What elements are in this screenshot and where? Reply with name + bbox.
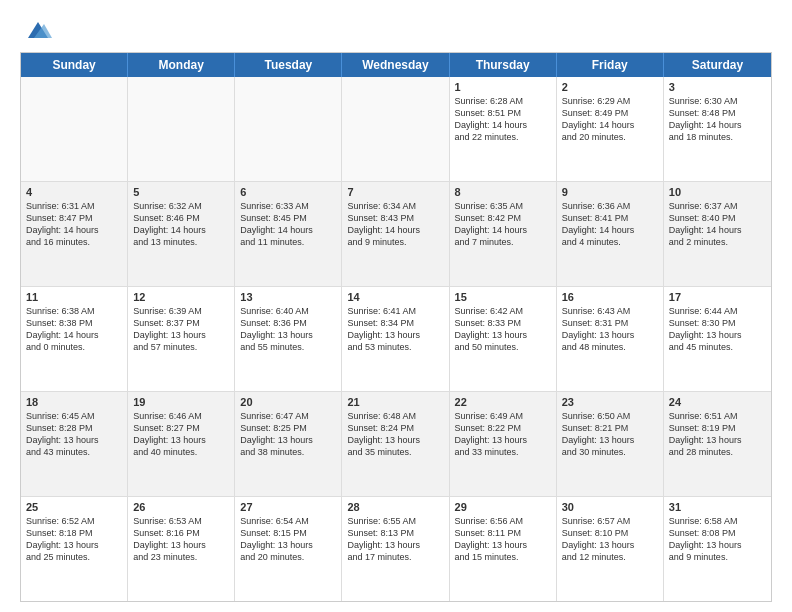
calendar-cell: 11Sunrise: 6:38 AM Sunset: 8:38 PM Dayli… [21, 287, 128, 391]
day-number: 21 [347, 396, 443, 408]
logo-icon [24, 16, 52, 44]
calendar: SundayMondayTuesdayWednesdayThursdayFrid… [20, 52, 772, 602]
calendar-cell: 22Sunrise: 6:49 AM Sunset: 8:22 PM Dayli… [450, 392, 557, 496]
cell-text: Sunrise: 6:49 AM Sunset: 8:22 PM Dayligh… [455, 410, 551, 459]
calendar-row: 25Sunrise: 6:52 AM Sunset: 8:18 PM Dayli… [21, 497, 771, 601]
calendar-cell: 4Sunrise: 6:31 AM Sunset: 8:47 PM Daylig… [21, 182, 128, 286]
cell-text: Sunrise: 6:35 AM Sunset: 8:42 PM Dayligh… [455, 200, 551, 249]
cell-text: Sunrise: 6:42 AM Sunset: 8:33 PM Dayligh… [455, 305, 551, 354]
logo-area [20, 16, 52, 44]
calendar-cell: 31Sunrise: 6:58 AM Sunset: 8:08 PM Dayli… [664, 497, 771, 601]
cell-text: Sunrise: 6:28 AM Sunset: 8:51 PM Dayligh… [455, 95, 551, 144]
day-number: 1 [455, 81, 551, 93]
calendar-cell: 8Sunrise: 6:35 AM Sunset: 8:42 PM Daylig… [450, 182, 557, 286]
cell-text: Sunrise: 6:37 AM Sunset: 8:40 PM Dayligh… [669, 200, 766, 249]
page: SundayMondayTuesdayWednesdayThursdayFrid… [0, 0, 792, 612]
header-day: Wednesday [342, 53, 449, 77]
calendar-row: 4Sunrise: 6:31 AM Sunset: 8:47 PM Daylig… [21, 182, 771, 287]
cell-text: Sunrise: 6:51 AM Sunset: 8:19 PM Dayligh… [669, 410, 766, 459]
cell-text: Sunrise: 6:47 AM Sunset: 8:25 PM Dayligh… [240, 410, 336, 459]
calendar-cell: 14Sunrise: 6:41 AM Sunset: 8:34 PM Dayli… [342, 287, 449, 391]
cell-text: Sunrise: 6:44 AM Sunset: 8:30 PM Dayligh… [669, 305, 766, 354]
cell-text: Sunrise: 6:31 AM Sunset: 8:47 PM Dayligh… [26, 200, 122, 249]
day-number: 4 [26, 186, 122, 198]
day-number: 24 [669, 396, 766, 408]
calendar-cell: 13Sunrise: 6:40 AM Sunset: 8:36 PM Dayli… [235, 287, 342, 391]
calendar-cell: 30Sunrise: 6:57 AM Sunset: 8:10 PM Dayli… [557, 497, 664, 601]
day-number: 2 [562, 81, 658, 93]
calendar-cell: 16Sunrise: 6:43 AM Sunset: 8:31 PM Dayli… [557, 287, 664, 391]
cell-text: Sunrise: 6:46 AM Sunset: 8:27 PM Dayligh… [133, 410, 229, 459]
day-number: 19 [133, 396, 229, 408]
day-number: 18 [26, 396, 122, 408]
cell-text: Sunrise: 6:29 AM Sunset: 8:49 PM Dayligh… [562, 95, 658, 144]
header-day: Tuesday [235, 53, 342, 77]
day-number: 11 [26, 291, 122, 303]
day-number: 28 [347, 501, 443, 513]
day-number: 14 [347, 291, 443, 303]
calendar-cell: 26Sunrise: 6:53 AM Sunset: 8:16 PM Dayli… [128, 497, 235, 601]
cell-text: Sunrise: 6:52 AM Sunset: 8:18 PM Dayligh… [26, 515, 122, 564]
header-day: Friday [557, 53, 664, 77]
calendar-cell [21, 77, 128, 181]
cell-text: Sunrise: 6:53 AM Sunset: 8:16 PM Dayligh… [133, 515, 229, 564]
calendar-cell: 2Sunrise: 6:29 AM Sunset: 8:49 PM Daylig… [557, 77, 664, 181]
day-number: 12 [133, 291, 229, 303]
cell-text: Sunrise: 6:30 AM Sunset: 8:48 PM Dayligh… [669, 95, 766, 144]
header-day: Saturday [664, 53, 771, 77]
calendar-cell: 21Sunrise: 6:48 AM Sunset: 8:24 PM Dayli… [342, 392, 449, 496]
cell-text: Sunrise: 6:50 AM Sunset: 8:21 PM Dayligh… [562, 410, 658, 459]
day-number: 5 [133, 186, 229, 198]
day-number: 26 [133, 501, 229, 513]
cell-text: Sunrise: 6:56 AM Sunset: 8:11 PM Dayligh… [455, 515, 551, 564]
calendar-cell [342, 77, 449, 181]
day-number: 22 [455, 396, 551, 408]
calendar-cell: 1Sunrise: 6:28 AM Sunset: 8:51 PM Daylig… [450, 77, 557, 181]
calendar-cell: 10Sunrise: 6:37 AM Sunset: 8:40 PM Dayli… [664, 182, 771, 286]
calendar-row: 18Sunrise: 6:45 AM Sunset: 8:28 PM Dayli… [21, 392, 771, 497]
cell-text: Sunrise: 6:45 AM Sunset: 8:28 PM Dayligh… [26, 410, 122, 459]
header-day: Sunday [21, 53, 128, 77]
day-number: 27 [240, 501, 336, 513]
cell-text: Sunrise: 6:32 AM Sunset: 8:46 PM Dayligh… [133, 200, 229, 249]
calendar-cell: 25Sunrise: 6:52 AM Sunset: 8:18 PM Dayli… [21, 497, 128, 601]
calendar-header: SundayMondayTuesdayWednesdayThursdayFrid… [21, 53, 771, 77]
calendar-row: 1Sunrise: 6:28 AM Sunset: 8:51 PM Daylig… [21, 77, 771, 182]
calendar-cell: 15Sunrise: 6:42 AM Sunset: 8:33 PM Dayli… [450, 287, 557, 391]
day-number: 6 [240, 186, 336, 198]
day-number: 16 [562, 291, 658, 303]
calendar-cell: 7Sunrise: 6:34 AM Sunset: 8:43 PM Daylig… [342, 182, 449, 286]
cell-text: Sunrise: 6:39 AM Sunset: 8:37 PM Dayligh… [133, 305, 229, 354]
day-number: 8 [455, 186, 551, 198]
day-number: 25 [26, 501, 122, 513]
cell-text: Sunrise: 6:55 AM Sunset: 8:13 PM Dayligh… [347, 515, 443, 564]
day-number: 23 [562, 396, 658, 408]
day-number: 9 [562, 186, 658, 198]
calendar-cell [128, 77, 235, 181]
calendar-cell: 20Sunrise: 6:47 AM Sunset: 8:25 PM Dayli… [235, 392, 342, 496]
header-day: Monday [128, 53, 235, 77]
day-number: 10 [669, 186, 766, 198]
cell-text: Sunrise: 6:48 AM Sunset: 8:24 PM Dayligh… [347, 410, 443, 459]
calendar-cell: 24Sunrise: 6:51 AM Sunset: 8:19 PM Dayli… [664, 392, 771, 496]
calendar-cell: 27Sunrise: 6:54 AM Sunset: 8:15 PM Dayli… [235, 497, 342, 601]
cell-text: Sunrise: 6:33 AM Sunset: 8:45 PM Dayligh… [240, 200, 336, 249]
day-number: 31 [669, 501, 766, 513]
calendar-cell: 12Sunrise: 6:39 AM Sunset: 8:37 PM Dayli… [128, 287, 235, 391]
cell-text: Sunrise: 6:54 AM Sunset: 8:15 PM Dayligh… [240, 515, 336, 564]
header-day: Thursday [450, 53, 557, 77]
calendar-cell: 3Sunrise: 6:30 AM Sunset: 8:48 PM Daylig… [664, 77, 771, 181]
calendar-cell: 5Sunrise: 6:32 AM Sunset: 8:46 PM Daylig… [128, 182, 235, 286]
calendar-cell: 19Sunrise: 6:46 AM Sunset: 8:27 PM Dayli… [128, 392, 235, 496]
calendar-cell: 23Sunrise: 6:50 AM Sunset: 8:21 PM Dayli… [557, 392, 664, 496]
day-number: 13 [240, 291, 336, 303]
calendar-cell: 28Sunrise: 6:55 AM Sunset: 8:13 PM Dayli… [342, 497, 449, 601]
cell-text: Sunrise: 6:38 AM Sunset: 8:38 PM Dayligh… [26, 305, 122, 354]
calendar-cell: 18Sunrise: 6:45 AM Sunset: 8:28 PM Dayli… [21, 392, 128, 496]
day-number: 29 [455, 501, 551, 513]
day-number: 3 [669, 81, 766, 93]
header [20, 16, 772, 44]
cell-text: Sunrise: 6:43 AM Sunset: 8:31 PM Dayligh… [562, 305, 658, 354]
calendar-cell: 9Sunrise: 6:36 AM Sunset: 8:41 PM Daylig… [557, 182, 664, 286]
calendar-cell: 29Sunrise: 6:56 AM Sunset: 8:11 PM Dayli… [450, 497, 557, 601]
